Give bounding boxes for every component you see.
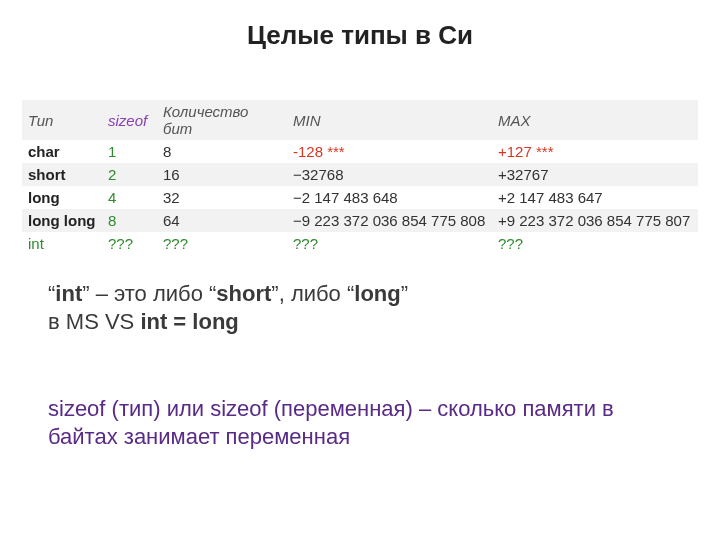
note-int: “int” – это либо “short”, либо “long” в …	[48, 280, 668, 335]
note-text: ”, либо “	[271, 281, 354, 306]
note-sizeof: sizeof (тип) или sizeof (переменная) – с…	[48, 395, 668, 450]
note-text: ” – это либо “	[82, 281, 216, 306]
table-row: long long 8 64 −9 223 372 036 854 775 80…	[22, 209, 698, 232]
note-text: в MS VS	[48, 309, 140, 334]
cell-max: +2 147 483 647	[492, 186, 698, 209]
cell-bits: 16	[157, 163, 287, 186]
note-bold: int	[55, 281, 82, 306]
cell-bits: 64	[157, 209, 287, 232]
cell-type: long long	[22, 209, 102, 232]
col-header-type: Тип	[22, 100, 102, 140]
cell-bits: ???	[157, 232, 287, 255]
cell-max: +127 ***	[492, 140, 698, 163]
table-row: short 2 16 −32768 +32767	[22, 163, 698, 186]
cell-type: char	[22, 140, 102, 163]
cell-bits: 8	[157, 140, 287, 163]
table-row: char 1 8 -128 *** +127 ***	[22, 140, 698, 163]
col-header-bits: Количество бит	[157, 100, 287, 140]
cell-max: ???	[492, 232, 698, 255]
cell-sizeof: 8	[102, 209, 157, 232]
note-text: ”	[401, 281, 408, 306]
page-title: Целые типы в Си	[0, 20, 720, 51]
types-table: Тип sizeof Количество бит MIN MAX char 1…	[22, 100, 698, 255]
table-row: long 4 32 −2 147 483 648 +2 147 483 647	[22, 186, 698, 209]
table-row: int ??? ??? ??? ???	[22, 232, 698, 255]
col-header-max: MAX	[492, 100, 698, 140]
cell-type: int	[22, 232, 102, 255]
cell-min: −9 223 372 036 854 775 808	[287, 209, 492, 232]
cell-max: +9 223 372 036 854 775 807	[492, 209, 698, 232]
cell-type: long	[22, 186, 102, 209]
col-header-sizeof: sizeof	[102, 100, 157, 140]
cell-sizeof: 4	[102, 186, 157, 209]
cell-sizeof: 1	[102, 140, 157, 163]
col-header-min: MIN	[287, 100, 492, 140]
cell-sizeof: ???	[102, 232, 157, 255]
cell-min: −2 147 483 648	[287, 186, 492, 209]
cell-min: −32768	[287, 163, 492, 186]
note-bold: short	[216, 281, 271, 306]
cell-sizeof: 2	[102, 163, 157, 186]
note-bold: long	[354, 281, 400, 306]
cell-type: short	[22, 163, 102, 186]
note-bold: int = long	[140, 309, 238, 334]
cell-min: ???	[287, 232, 492, 255]
table-header-row: Тип sizeof Количество бит MIN MAX	[22, 100, 698, 140]
cell-bits: 32	[157, 186, 287, 209]
cell-min: -128 ***	[287, 140, 492, 163]
cell-max: +32767	[492, 163, 698, 186]
